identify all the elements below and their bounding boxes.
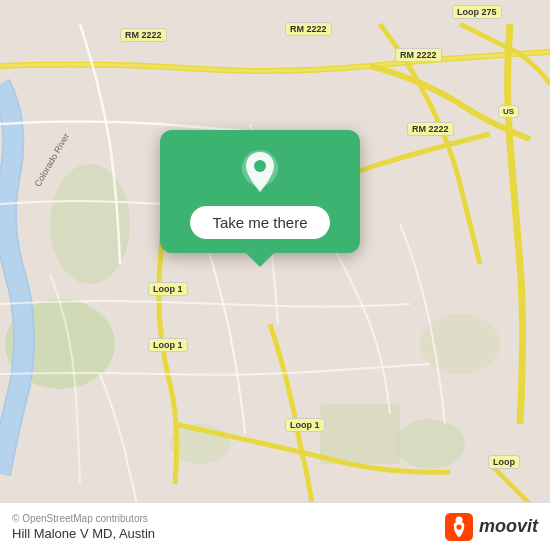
road-badge-loop1-mid: Loop 1	[148, 282, 188, 296]
road-badge-loop275: Loop 275	[452, 5, 502, 19]
popup-card: Take me there	[160, 130, 360, 253]
road-badge-rm2222-top-left: RM 2222	[120, 28, 167, 42]
svg-point-11	[456, 524, 461, 529]
map-svg	[0, 0, 550, 550]
road-badge-rm2222-mid-right: RM 2222	[407, 122, 454, 136]
take-me-there-button[interactable]: Take me there	[190, 206, 329, 239]
moovit-logo: moovit	[445, 513, 538, 541]
svg-point-4	[395, 419, 465, 469]
location-pin-icon	[236, 148, 284, 196]
svg-rect-3	[320, 404, 400, 464]
moovit-brand-text: moovit	[479, 516, 538, 537]
road-badge-rm2222-top-right: RM 2222	[395, 48, 442, 62]
road-badge-loop1-bottom: Loop 1	[285, 418, 325, 432]
road-badge-us-right: US	[498, 105, 519, 118]
location-name: Hill Malone V MD, Austin	[12, 526, 155, 541]
map-container: Colorado River RM 2222 RM 2222 RM 2222 R…	[0, 0, 550, 550]
svg-point-8	[254, 160, 266, 172]
svg-point-6	[420, 314, 500, 374]
road-badge-rm2222-top-mid: RM 2222	[285, 22, 332, 36]
bottom-left: © OpenStreetMap contributors Hill Malone…	[12, 513, 155, 541]
road-badge-loop-right: Loop	[488, 455, 520, 469]
road-badge-loop1-mid2: Loop 1	[148, 338, 188, 352]
moovit-icon	[445, 513, 473, 541]
bottom-bar: © OpenStreetMap contributors Hill Malone…	[0, 502, 550, 550]
osm-credit: © OpenStreetMap contributors	[12, 513, 155, 524]
